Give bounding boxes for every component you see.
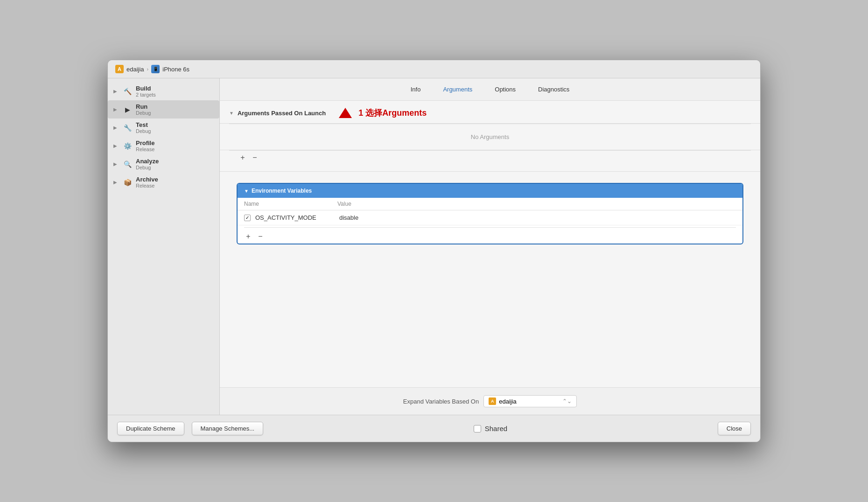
- arguments-section-header: ▼ Arguments Passed On Launch 1 选择Argumen…: [229, 107, 751, 119]
- manage-schemes-button[interactable]: Manage Schemes...: [192, 422, 264, 435]
- title-bar: A edaijia › 📱 iPhone 6s: [108, 60, 760, 78]
- hammer-icon: 🔨: [123, 87, 132, 96]
- no-args-text: No Arguments: [471, 133, 509, 140]
- device-name: iPhone 6s: [162, 66, 189, 73]
- env-bottom-divider: [244, 227, 736, 228]
- archive-sublabel: Release: [136, 183, 158, 188]
- arguments-section-title: Arguments Passed On Launch: [238, 110, 326, 117]
- tabs-row: Info Arguments Options Diagnostics: [220, 78, 760, 101]
- wrench-icon: 🔧: [123, 123, 132, 132]
- profile-label: Profile: [136, 139, 154, 146]
- expand-arrow-run: ▶: [113, 107, 117, 112]
- close-button[interactable]: Close: [718, 422, 751, 435]
- tab-diagnostics[interactable]: Diagnostics: [536, 85, 571, 94]
- sidebar-item-profile[interactable]: ▶ ⚙️ Profile Release: [108, 137, 219, 155]
- env-add-button[interactable]: +: [244, 232, 252, 241]
- tab-info[interactable]: Info: [409, 85, 423, 94]
- run-label: Run: [136, 103, 151, 110]
- section-collapse-arrow[interactable]: ▼: [229, 111, 234, 116]
- analyze-icon: 🔍: [123, 160, 132, 169]
- annotation-1-text: 1 选择Arguments: [358, 107, 427, 119]
- args-add-remove-bar: + −: [229, 150, 751, 165]
- expand-label: Expand Variables Based On: [403, 398, 479, 405]
- expand-arrow-analyze: ▶: [113, 161, 117, 167]
- build-label: Build: [136, 85, 156, 92]
- no-args-area: No Arguments: [229, 124, 751, 150]
- up-arrow-icon: [339, 108, 352, 118]
- env-variables-section: ▼ Environment Variables Name Value ✓ OS_…: [237, 183, 743, 244]
- col-value-header: Value: [337, 201, 736, 207]
- archive-label: Archive: [136, 176, 158, 183]
- scheme-editor-dialog: A edaijia › 📱 iPhone 6s ▶ 🔨 Build 2 targ…: [107, 60, 761, 442]
- tab-arguments[interactable]: Arguments: [441, 85, 474, 94]
- shared-area: Shared: [474, 425, 507, 432]
- sidebar-item-archive[interactable]: ▶ 📦 Archive Release: [108, 173, 219, 191]
- panel-body: ▼ Arguments Passed On Launch 1 选择Argumen…: [220, 101, 760, 387]
- sidebar: ▶ 🔨 Build 2 targets ▶ ▶ Run Debug ▶ 🔧: [108, 78, 220, 415]
- build-sublabel: 2 targets: [136, 92, 156, 98]
- profile-sublabel: Release: [136, 146, 154, 152]
- project-icon: A: [115, 65, 124, 73]
- right-panel: Info Arguments Options Diagnostics ▼ Arg…: [220, 78, 760, 415]
- shared-label: Shared: [485, 425, 507, 432]
- env-row-0: ✓ OS_ACTIVITY_MODE disable: [238, 210, 742, 225]
- sidebar-item-build[interactable]: ▶ 🔨 Build 2 targets: [108, 82, 219, 100]
- sidebar-item-run[interactable]: ▶ ▶ Run Debug: [108, 100, 219, 119]
- shared-checkbox[interactable]: [474, 425, 481, 432]
- expand-arrow-profile: ▶: [113, 143, 117, 148]
- env-add-remove-bar: + −: [238, 230, 742, 244]
- expand-dropdown[interactable]: A edaijia ⌃⌄: [483, 395, 577, 407]
- col-name-header: Name: [244, 201, 337, 207]
- run-sublabel: Debug: [136, 110, 151, 116]
- env-row-0-checkbox[interactable]: ✓: [244, 215, 251, 221]
- expand-arrow-build: ▶: [113, 89, 117, 94]
- env-section-title: Environment Variables: [252, 188, 312, 194]
- env-remove-button[interactable]: −: [256, 232, 265, 241]
- env-var-name-0: OS_ACTIVITY_MODE: [255, 214, 339, 221]
- archive-icon: 📦: [123, 178, 132, 187]
- expand-arrow-test: ▶: [113, 125, 117, 130]
- test-sublabel: Debug: [136, 128, 151, 134]
- expand-dropdown-text: edaijia: [499, 398, 560, 405]
- main-content: ▶ 🔨 Build 2 targets ▶ ▶ Run Debug ▶ 🔧: [108, 78, 760, 415]
- bottom-bar: Duplicate Scheme Manage Schemes... Share…: [108, 415, 760, 442]
- chevron-down-icon: ⌃⌄: [562, 398, 572, 404]
- duplicate-scheme-button[interactable]: Duplicate Scheme: [117, 422, 184, 435]
- expand-dropdown-icon: A: [489, 397, 496, 405]
- env-collapse-arrow[interactable]: ▼: [244, 188, 249, 194]
- arguments-section: ▼ Arguments Passed On Launch 1 选择Argumen…: [220, 101, 760, 172]
- args-add-button[interactable]: +: [238, 153, 247, 162]
- sidebar-item-analyze[interactable]: ▶ 🔍 Analyze Debug: [108, 155, 219, 173]
- play-icon: ▶: [123, 105, 132, 114]
- project-name: edaijia: [126, 66, 144, 73]
- analyze-label: Analyze: [136, 158, 159, 165]
- env-header: ▼ Environment Variables: [238, 184, 742, 198]
- sidebar-item-test[interactable]: ▶ 🔧 Test Debug: [108, 119, 219, 137]
- bottom-left-buttons: Duplicate Scheme Manage Schemes...: [117, 422, 263, 435]
- tab-options[interactable]: Options: [493, 85, 518, 94]
- env-variables-wrapper: ▼ Environment Variables Name Value ✓ OS_…: [220, 172, 760, 256]
- profile-icon: ⚙️: [123, 141, 132, 151]
- annotation-1-area: 1 选择Arguments: [339, 107, 427, 119]
- device-icon: 📱: [151, 65, 160, 73]
- env-var-value-0: disable: [339, 214, 736, 221]
- env-table-header: Name Value: [238, 198, 742, 210]
- args-remove-button[interactable]: −: [251, 153, 259, 162]
- analyze-sublabel: Debug: [136, 165, 159, 170]
- breadcrumb-chevron: ›: [147, 66, 149, 72]
- expand-arrow-archive: ▶: [113, 180, 117, 185]
- expand-section: Expand Variables Based On A edaijia ⌃⌄: [220, 387, 760, 415]
- test-label: Test: [136, 121, 151, 128]
